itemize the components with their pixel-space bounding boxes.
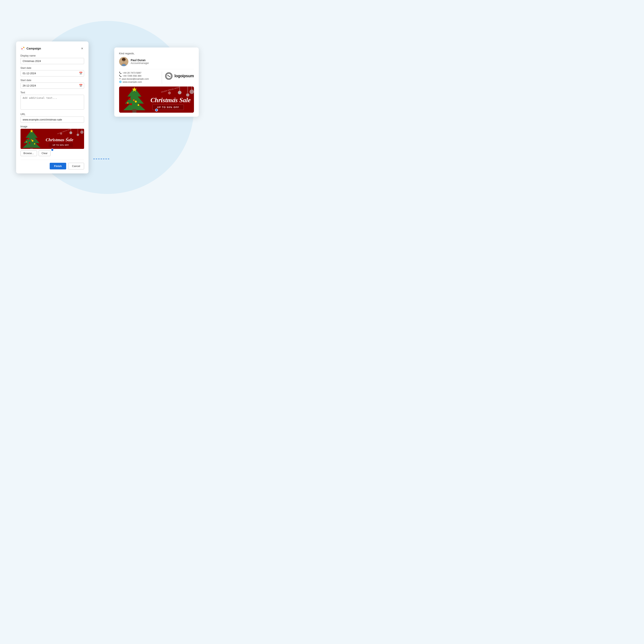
start-date-group: Start date 📅 [21, 67, 84, 76]
svg-point-46 [186, 93, 189, 97]
svg-point-2 [23, 47, 24, 48]
email-text: paul.duran@example.com [122, 78, 149, 80]
svg-text:UP TO 50% OFF: UP TO 50% OFF [53, 144, 69, 146]
greeting-text: Kind regards, [119, 52, 194, 55]
phone2-text: +44 7295 556 384 [123, 75, 141, 77]
url-label: URL [21, 113, 84, 116]
clear-button[interactable]: Clear [39, 150, 51, 156]
end-date-input[interactable] [21, 82, 84, 89]
svg-point-39 [130, 103, 132, 105]
phone2-icon: 📞 [119, 75, 122, 77]
image-buttons: Browse... Clear [21, 150, 84, 156]
svg-rect-35 [132, 109, 136, 113]
finish-button[interactable]: Finish [50, 163, 66, 169]
vertical-divider [162, 72, 162, 84]
website-text: www.example.com [123, 81, 142, 83]
image-group: Image [21, 125, 84, 156]
svg-point-30 [123, 60, 123, 61]
end-date-wrap: 📅 [21, 82, 84, 89]
svg-point-18 [80, 131, 83, 134]
svg-point-12 [31, 139, 32, 140]
christmas-image: ❄ ❄ ❄ HOLIDAY SPECIAL OFFER Christmas Sa… [21, 129, 84, 149]
cancel-button[interactable]: Cancel [68, 163, 84, 169]
svg-point-8 [32, 140, 33, 142]
start-date-wrap: 📅 [21, 70, 84, 76]
contact-details: 📞 +44 20 7473 5087 📞 +44 7295 556 384 ✉ … [119, 72, 159, 84]
image-label: Image [21, 125, 84, 128]
end-date-group: Start date 📅 [21, 79, 84, 89]
svg-point-16 [77, 134, 79, 136]
display-name-label: Display name [21, 54, 84, 57]
person-row: Paul Duran Accountmanager [119, 57, 194, 66]
display-name-group: Display name [21, 54, 84, 64]
campaign-dialog: e Campaign × Display name Start date 📅 S… [16, 41, 89, 173]
phone1-text: +44 20 7473 5087 [123, 72, 141, 74]
person-title: Accountmanager [131, 62, 149, 65]
text-textarea[interactable] [21, 95, 84, 110]
svg-text:Christmas Sale: Christmas Sale [150, 96, 191, 104]
start-date-label: Start date [21, 67, 84, 69]
phone1-item: 📞 +44 20 7473 5087 [119, 72, 159, 74]
email-icon: ✉ [119, 78, 121, 80]
text-group: Text [21, 91, 84, 110]
bottom-connector-dot [155, 109, 158, 111]
svg-point-41 [127, 102, 129, 104]
svg-point-38 [135, 101, 137, 103]
svg-text:e: e [21, 47, 23, 50]
svg-point-44 [178, 91, 181, 94]
svg-rect-5 [30, 147, 33, 149]
svg-point-7 [28, 138, 29, 140]
svg-point-14 [69, 131, 72, 134]
svg-point-9 [29, 142, 30, 144]
contact-logo-row: 📞 +44 20 7473 5087 📞 +44 7295 556 384 ✉ … [119, 69, 194, 84]
avatar [119, 57, 128, 66]
connector-dot-on-image [51, 148, 54, 151]
dialog-footer: Finish Cancel [21, 160, 84, 169]
logo-circle-icon [165, 72, 172, 80]
url-group: URL [21, 113, 84, 123]
image-preview-wrap: ❄ ❄ ❄ HOLIDAY SPECIAL OFFER Christmas Sa… [21, 129, 84, 149]
close-button[interactable]: × [80, 46, 84, 51]
main-container: e Campaign × Display name Start date 📅 S… [8, 33, 207, 181]
svg-point-48 [190, 90, 194, 94]
logo-area: logoipsum [165, 72, 194, 80]
browse-button[interactable]: Browse... [21, 150, 37, 156]
svg-text:Christmas Sale: Christmas Sale [46, 137, 73, 142]
email-item: ✉ paul.duran@example.com [119, 78, 159, 80]
phone2-item: 📞 +44 7295 556 384 [119, 75, 159, 77]
phone1-icon: 📞 [119, 72, 122, 74]
svg-point-11 [26, 141, 27, 142]
svg-point-37 [129, 98, 131, 100]
person-name: Paul Duran [131, 59, 149, 62]
svg-text:UP TO 50% OFF: UP TO 50% OFF [157, 106, 179, 108]
svg-text:❄: ❄ [168, 91, 171, 96]
display-name-input[interactable] [21, 58, 84, 64]
logo-text: logoipsum [174, 74, 194, 78]
svg-point-31 [124, 60, 125, 61]
svg-point-40 [138, 104, 139, 106]
person-info: Paul Duran Accountmanager [131, 59, 149, 65]
end-date-label: Start date [21, 79, 84, 82]
connector-line-wrap [93, 158, 109, 160]
website-item: 🌐 www.example.com [119, 81, 159, 83]
start-date-input[interactable] [21, 70, 84, 76]
dialog-header: e Campaign × [21, 46, 84, 51]
dialog-title: Campaign [27, 47, 41, 50]
e-logo-icon: e [21, 46, 25, 51]
url-input[interactable] [21, 116, 84, 123]
svg-point-42 [133, 99, 135, 101]
text-label: Text [21, 91, 84, 94]
image-preview: ❄ ❄ ❄ HOLIDAY SPECIAL OFFER Christmas Sa… [21, 129, 84, 149]
dialog-title-row: e Campaign [21, 46, 41, 51]
website-icon: 🌐 [119, 81, 122, 83]
svg-point-10 [34, 143, 35, 144]
signature-card: Kind regards, [114, 47, 199, 117]
